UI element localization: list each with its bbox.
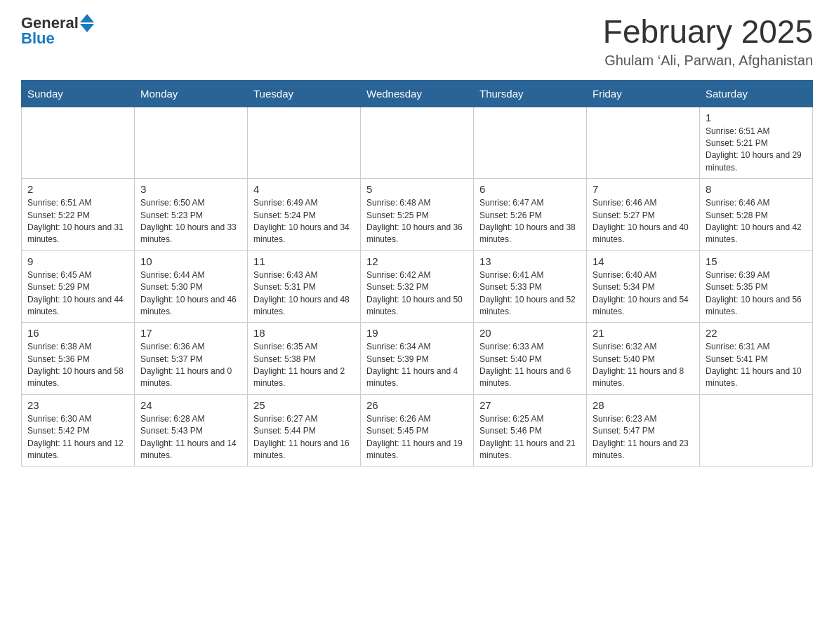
- day-number: 26: [366, 399, 468, 411]
- day-number: 6: [479, 183, 581, 195]
- day-sun-info: Sunrise: 6:39 AM Sunset: 5:35 PM Dayligh…: [706, 269, 807, 318]
- day-sun-info: Sunrise: 6:27 AM Sunset: 5:44 PM Dayligh…: [253, 413, 355, 462]
- day-sun-info: Sunrise: 6:47 AM Sunset: 5:26 PM Dayligh…: [479, 197, 581, 246]
- day-number: 22: [706, 327, 807, 339]
- calendar-week-row: 16Sunrise: 6:38 AM Sunset: 5:36 PM Dayli…: [22, 323, 813, 395]
- calendar-table: SundayMondayTuesdayWednesdayThursdayFrid…: [21, 80, 813, 467]
- day-number: 19: [366, 327, 468, 339]
- calendar-day-header: Tuesday: [248, 80, 361, 107]
- logo-triangle-down: [80, 24, 94, 32]
- calendar-day-cell: 7Sunrise: 6:46 AM Sunset: 5:27 PM Daylig…: [587, 179, 700, 251]
- calendar-day-cell: 21Sunrise: 6:32 AM Sunset: 5:40 PM Dayli…: [587, 323, 700, 395]
- day-sun-info: Sunrise: 6:35 AM Sunset: 5:38 PM Dayligh…: [253, 341, 355, 390]
- day-number: 1: [706, 112, 807, 123]
- calendar-day-cell: 4Sunrise: 6:49 AM Sunset: 5:24 PM Daylig…: [248, 179, 361, 251]
- day-sun-info: Sunrise: 6:45 AM Sunset: 5:29 PM Dayligh…: [27, 269, 128, 318]
- day-number: 28: [593, 399, 694, 411]
- calendar-day-cell: 17Sunrise: 6:36 AM Sunset: 5:37 PM Dayli…: [135, 323, 248, 395]
- calendar-day-cell: 5Sunrise: 6:48 AM Sunset: 5:25 PM Daylig…: [361, 179, 474, 251]
- day-sun-info: Sunrise: 6:38 AM Sunset: 5:36 PM Dayligh…: [27, 341, 128, 390]
- day-number: 23: [27, 399, 128, 411]
- day-number: 20: [479, 327, 581, 339]
- calendar-day-cell: 9Sunrise: 6:45 AM Sunset: 5:29 PM Daylig…: [22, 250, 135, 323]
- calendar-day-cell: 3Sunrise: 6:50 AM Sunset: 5:23 PM Daylig…: [135, 179, 248, 251]
- day-number: 15: [706, 255, 807, 267]
- calendar-day-cell: 23Sunrise: 6:30 AM Sunset: 5:42 PM Dayli…: [22, 394, 135, 467]
- day-sun-info: Sunrise: 6:49 AM Sunset: 5:24 PM Dayligh…: [253, 197, 355, 246]
- logo-blue-text: Blue: [21, 29, 55, 48]
- calendar-day-cell: 1Sunrise: 6:51 AM Sunset: 5:21 PM Daylig…: [700, 107, 813, 179]
- day-sun-info: Sunrise: 6:23 AM Sunset: 5:47 PM Dayligh…: [593, 413, 694, 462]
- calendar-week-row: 9Sunrise: 6:45 AM Sunset: 5:29 PM Daylig…: [22, 250, 813, 323]
- calendar-header-row: SundayMondayTuesdayWednesdayThursdayFrid…: [22, 80, 813, 107]
- page-header: General Blue February 2025 Ghulam ‘Ali, …: [21, 14, 813, 69]
- day-number: 8: [706, 183, 807, 195]
- day-sun-info: Sunrise: 6:33 AM Sunset: 5:40 PM Dayligh…: [479, 341, 581, 390]
- calendar-day-cell: 28Sunrise: 6:23 AM Sunset: 5:47 PM Dayli…: [587, 394, 700, 467]
- calendar-day-cell: 18Sunrise: 6:35 AM Sunset: 5:38 PM Dayli…: [248, 323, 361, 395]
- day-sun-info: Sunrise: 6:30 AM Sunset: 5:42 PM Dayligh…: [27, 413, 128, 462]
- calendar-day-cell: [135, 107, 248, 179]
- calendar-day-cell: [700, 394, 813, 467]
- calendar-day-header: Wednesday: [361, 80, 474, 107]
- title-section: February 2025 Ghulam ‘Ali, Parwan, Afgha…: [603, 14, 813, 69]
- day-number: 13: [479, 255, 581, 267]
- day-sun-info: Sunrise: 6:44 AM Sunset: 5:30 PM Dayligh…: [140, 269, 241, 318]
- day-sun-info: Sunrise: 6:31 AM Sunset: 5:41 PM Dayligh…: [706, 341, 807, 390]
- day-sun-info: Sunrise: 6:46 AM Sunset: 5:28 PM Dayligh…: [706, 197, 807, 246]
- calendar-day-cell: 10Sunrise: 6:44 AM Sunset: 5:30 PM Dayli…: [135, 250, 248, 323]
- day-number: 24: [140, 399, 241, 411]
- day-number: 11: [253, 255, 355, 267]
- day-sun-info: Sunrise: 6:48 AM Sunset: 5:25 PM Dayligh…: [366, 197, 468, 246]
- calendar-day-header: Friday: [587, 80, 700, 107]
- day-number: 3: [140, 183, 241, 195]
- calendar-day-cell: 20Sunrise: 6:33 AM Sunset: 5:40 PM Dayli…: [474, 323, 587, 395]
- calendar-day-cell: [248, 107, 361, 179]
- calendar-day-header: Monday: [135, 80, 248, 107]
- day-number: 12: [366, 255, 468, 267]
- calendar-day-cell: 6Sunrise: 6:47 AM Sunset: 5:26 PM Daylig…: [474, 179, 587, 251]
- calendar-day-cell: 25Sunrise: 6:27 AM Sunset: 5:44 PM Dayli…: [248, 394, 361, 467]
- calendar-day-cell: 16Sunrise: 6:38 AM Sunset: 5:36 PM Dayli…: [22, 323, 135, 395]
- calendar-day-header: Sunday: [22, 80, 135, 107]
- location-subtitle: Ghulam ‘Ali, Parwan, Afghanistan: [603, 53, 813, 69]
- calendar-day-header: Saturday: [700, 80, 813, 107]
- calendar-week-row: 2Sunrise: 6:51 AM Sunset: 5:22 PM Daylig…: [22, 179, 813, 251]
- calendar-day-cell: 22Sunrise: 6:31 AM Sunset: 5:41 PM Dayli…: [700, 323, 813, 395]
- day-number: 21: [593, 327, 694, 339]
- calendar-day-cell: 24Sunrise: 6:28 AM Sunset: 5:43 PM Dayli…: [135, 394, 248, 467]
- calendar-day-cell: [474, 107, 587, 179]
- calendar-day-cell: 19Sunrise: 6:34 AM Sunset: 5:39 PM Dayli…: [361, 323, 474, 395]
- day-number: 18: [253, 327, 355, 339]
- calendar-day-header: Thursday: [474, 80, 587, 107]
- day-sun-info: Sunrise: 6:43 AM Sunset: 5:31 PM Dayligh…: [253, 269, 355, 318]
- day-number: 25: [253, 399, 355, 411]
- day-number: 7: [593, 183, 694, 195]
- day-number: 5: [366, 183, 468, 195]
- calendar-day-cell: [22, 107, 135, 179]
- calendar-day-cell: [587, 107, 700, 179]
- calendar-day-cell: 15Sunrise: 6:39 AM Sunset: 5:35 PM Dayli…: [700, 250, 813, 323]
- calendar-week-row: 23Sunrise: 6:30 AM Sunset: 5:42 PM Dayli…: [22, 394, 813, 467]
- day-sun-info: Sunrise: 6:40 AM Sunset: 5:34 PM Dayligh…: [593, 269, 694, 318]
- logo-triangle-up: [80, 14, 94, 22]
- calendar-day-cell: 2Sunrise: 6:51 AM Sunset: 5:22 PM Daylig…: [22, 179, 135, 251]
- day-number: 9: [27, 255, 128, 267]
- day-number: 2: [27, 183, 128, 195]
- calendar-day-cell: 13Sunrise: 6:41 AM Sunset: 5:33 PM Dayli…: [474, 250, 587, 323]
- day-sun-info: Sunrise: 6:51 AM Sunset: 5:21 PM Dayligh…: [706, 126, 807, 175]
- calendar-day-cell: 12Sunrise: 6:42 AM Sunset: 5:32 PM Dayli…: [361, 250, 474, 323]
- day-sun-info: Sunrise: 6:26 AM Sunset: 5:45 PM Dayligh…: [366, 413, 468, 462]
- day-sun-info: Sunrise: 6:42 AM Sunset: 5:32 PM Dayligh…: [366, 269, 468, 318]
- day-sun-info: Sunrise: 6:41 AM Sunset: 5:33 PM Dayligh…: [479, 269, 581, 318]
- day-number: 4: [253, 183, 355, 195]
- day-sun-info: Sunrise: 6:50 AM Sunset: 5:23 PM Dayligh…: [140, 197, 241, 246]
- day-sun-info: Sunrise: 6:28 AM Sunset: 5:43 PM Dayligh…: [140, 413, 241, 462]
- calendar-day-cell: 11Sunrise: 6:43 AM Sunset: 5:31 PM Dayli…: [248, 250, 361, 323]
- month-title: February 2025: [603, 14, 813, 50]
- day-sun-info: Sunrise: 6:46 AM Sunset: 5:27 PM Dayligh…: [593, 197, 694, 246]
- day-number: 10: [140, 255, 241, 267]
- calendar-day-cell: 27Sunrise: 6:25 AM Sunset: 5:46 PM Dayli…: [474, 394, 587, 467]
- day-sun-info: Sunrise: 6:51 AM Sunset: 5:22 PM Dayligh…: [27, 197, 128, 246]
- calendar-day-cell: 14Sunrise: 6:40 AM Sunset: 5:34 PM Dayli…: [587, 250, 700, 323]
